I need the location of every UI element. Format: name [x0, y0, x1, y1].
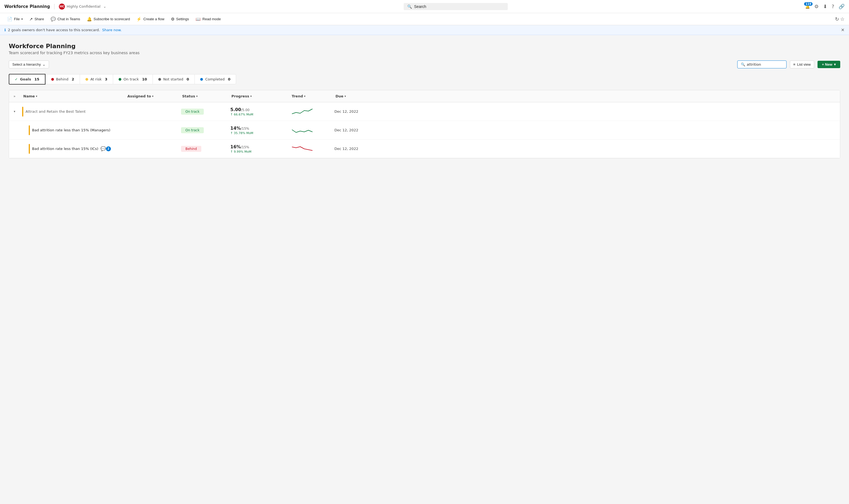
- stat-item-completed[interactable]: Completed0: [194, 74, 236, 84]
- page-title: Workforce Planning: [9, 43, 840, 50]
- hierarchy-selector[interactable]: Select a hierarchy ⌄: [9, 60, 49, 68]
- new-button[interactable]: + New ▾: [817, 61, 840, 68]
- row-expand-toggle[interactable]: [9, 128, 20, 132]
- row-status-cell: Behind: [179, 143, 228, 155]
- row-name-cell: Bad attrition rate less than 15% (Manage…: [20, 122, 124, 139]
- filter-search-icon: 🔍: [741, 62, 745, 67]
- row-name-text[interactable]: Attract and Retain the Best Talent: [25, 109, 86, 113]
- help-icon[interactable]: ?: [831, 3, 834, 9]
- row-due-cell: Dec 12, 2022: [332, 143, 370, 154]
- stat-count: 3: [105, 77, 107, 81]
- stat-item-at-risk[interactable]: At risk3: [80, 74, 113, 84]
- list-view-button[interactable]: ≡ List view: [790, 60, 814, 68]
- app-title-area: Workforce Planning HC Highly Confidentia…: [4, 3, 106, 10]
- stat-item-goals[interactable]: ✓Goals15: [9, 74, 46, 85]
- row-left-bar: [29, 125, 30, 135]
- th-assigned[interactable]: Assigned to ▾: [124, 92, 179, 100]
- confidential-chevron[interactable]: ⌄: [103, 4, 106, 8]
- progress-value: 16%: [230, 144, 241, 149]
- row-left-bar: [22, 107, 23, 116]
- progress-target: /15%: [241, 145, 249, 149]
- controls-row: Select a hierarchy ⌄ 🔍 attrition ≡ List …: [9, 60, 840, 68]
- th-name[interactable]: Name ▾: [20, 92, 124, 100]
- subscribe-button[interactable]: 🔔 Subscribe to scorecard: [84, 16, 133, 23]
- stat-item-on-track[interactable]: On track10: [113, 74, 153, 84]
- info-close-icon[interactable]: ✕: [841, 28, 845, 33]
- row-status-cell: On track: [179, 124, 228, 137]
- stat-count: 0: [228, 77, 230, 81]
- th-due[interactable]: Due ▾: [332, 92, 370, 100]
- refresh-icon[interactable]: ↻: [835, 16, 839, 22]
- th-name-sort: ▾: [36, 95, 37, 98]
- download-icon[interactable]: ⬇: [823, 3, 827, 9]
- row-assigned-cell: [124, 146, 179, 152]
- row-name-cell: Attract and Retain the Best Talent: [20, 104, 124, 120]
- file-chevron: ▾: [21, 18, 23, 20]
- read-icon: 📖: [195, 17, 201, 22]
- stat-dot: [119, 78, 121, 81]
- top-bar: Workforce Planning HC Highly Confidentia…: [0, 0, 849, 13]
- stat-item-behind[interactable]: Behind2: [46, 74, 80, 84]
- progress-mom: ↑ 9.99% MoM: [230, 150, 252, 154]
- notification-badge: 119: [804, 2, 813, 6]
- stat-item-not-started[interactable]: Not started0: [153, 74, 194, 84]
- list-view-label: List view: [797, 62, 811, 67]
- share-button[interactable]: ↗ Share: [27, 16, 47, 23]
- read-mode-button[interactable]: 📖 Read mode: [193, 16, 224, 23]
- settings-gear-icon: ⚙: [171, 17, 174, 22]
- stat-count: 0: [187, 77, 189, 81]
- chat-teams-button[interactable]: 💬 Chat in Teams: [48, 16, 83, 23]
- share-now-link[interactable]: Share now.: [102, 28, 122, 32]
- file-button[interactable]: 📄 File ▾: [4, 16, 25, 23]
- th-status[interactable]: Status ▾: [179, 92, 228, 100]
- info-message: 2 goals owners don't have access to this…: [8, 28, 100, 32]
- row-progress-cell: 14%/15% ↑ 35.78% MoM: [228, 122, 289, 138]
- main-content: Workforce Planning Team scorecard for tr…: [0, 35, 849, 166]
- row-expand-toggle[interactable]: ▾: [9, 108, 20, 115]
- stat-count: 10: [142, 77, 147, 81]
- th-progress[interactable]: Progress ▾: [228, 92, 289, 100]
- row-assigned-cell: [124, 108, 179, 115]
- row-expand-toggle[interactable]: [9, 147, 20, 151]
- row-left-bar: [29, 144, 30, 154]
- share-icon: ↗: [29, 17, 33, 22]
- stat-dot: [51, 78, 54, 81]
- expand-icon[interactable]: »: [13, 94, 15, 98]
- table-row: Bad attrition rate less than 15% (ICs) 💬…: [9, 140, 840, 158]
- settings-button[interactable]: ⚙ Settings: [168, 16, 192, 23]
- comment-icon[interactable]: 💬2: [101, 146, 111, 151]
- row-name-text[interactable]: Bad attrition rate less than 15% (ICs): [32, 147, 98, 151]
- stat-label: Completed: [205, 77, 225, 81]
- notifications-button[interactable]: 🔔 119: [805, 4, 810, 9]
- row-due-cell: Dec 12, 2022: [332, 125, 370, 136]
- settings-icon[interactable]: ⚙: [814, 3, 819, 9]
- list-view-icon: ≡: [793, 62, 796, 67]
- confidential-icon: HC: [59, 3, 65, 10]
- search-wrap: 🔍: [404, 3, 508, 10]
- progress-mom: ↑ 35.78% MoM: [230, 131, 253, 135]
- stat-count: 15: [34, 77, 39, 81]
- new-chevron: ▾: [834, 62, 836, 67]
- table-header: » Name ▾ Assigned to ▾ Status ▾ Progress…: [9, 90, 840, 102]
- th-assigned-sort: ▾: [152, 95, 153, 98]
- share-network-icon[interactable]: 🔗: [838, 3, 845, 9]
- row-name-text[interactable]: Bad attrition rate less than 15% (Manage…: [32, 128, 110, 132]
- bookmark-icon[interactable]: ☆: [840, 16, 845, 22]
- hierarchy-chevron: ⌄: [42, 62, 46, 67]
- row-trend-cell: [289, 102, 332, 121]
- search-input[interactable]: [414, 4, 504, 9]
- th-trend[interactable]: Trend ▾: [289, 92, 332, 100]
- flow-icon: ⚡: [136, 17, 142, 22]
- row-due-cell: Dec 12, 2022: [332, 106, 370, 117]
- comment-badge: 2: [106, 146, 111, 151]
- top-bar-right: 🔔 119 ⚙ ⬇ ? 🔗: [805, 3, 845, 9]
- filter-search-value: attrition: [747, 62, 761, 67]
- stat-count: 2: [72, 77, 74, 81]
- create-flow-button[interactable]: ⚡ Create a flow: [134, 16, 167, 23]
- hierarchy-label: Select a hierarchy: [12, 62, 41, 67]
- stat-dot: [158, 78, 161, 81]
- expand-col-header: »: [9, 92, 20, 100]
- teams-icon: 💬: [51, 17, 56, 22]
- progress-target: /15%: [241, 127, 249, 130]
- row-progress-cell: 16%/15% ↑ 9.99% MoM: [228, 141, 289, 157]
